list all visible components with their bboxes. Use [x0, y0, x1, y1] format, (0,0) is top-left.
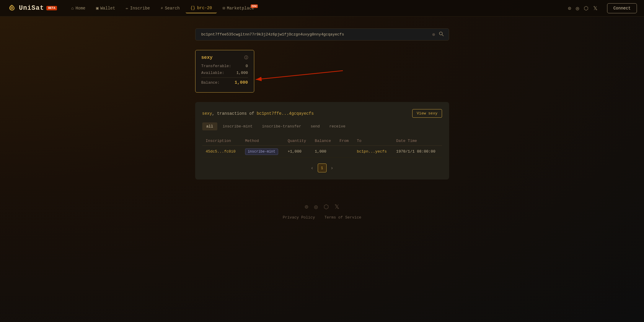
inscribe-icon: ✏: [126, 6, 128, 11]
tx-header: sexy, transactions of bc1pnt7ffe...4gcqa…: [202, 109, 442, 118]
home-icon: ⌂: [71, 6, 74, 11]
wallet-icon: ▣: [96, 6, 98, 11]
transferable-value: 0: [246, 64, 248, 68]
search-input[interactable]: [199, 29, 432, 40]
col-to: To: [353, 136, 392, 146]
balance-value: 1,000: [234, 80, 248, 85]
pagination: ‹ 1 ›: [202, 164, 442, 172]
navbar: UniSat Beta ⌂ Home ▣ Wallet ✏ Inscribe ⌕…: [0, 0, 644, 17]
cell-method: inscribe-mint: [242, 146, 284, 158]
tab-inscribe-transfer[interactable]: inscribe-transfer: [258, 122, 305, 130]
nav-inscribe[interactable]: ✏ Inscribe: [121, 3, 155, 13]
token-divider: [201, 77, 248, 78]
brc20-icon: {}: [190, 6, 195, 10]
col-from: From: [336, 136, 353, 146]
nav-home[interactable]: ⌂ Home: [66, 4, 90, 13]
prev-page-button[interactable]: ‹: [309, 164, 315, 172]
nav-social-icons: ⊙ ◎ ⬡ 𝕏 Connect: [568, 3, 637, 13]
nav-marketplace[interactable]: ⊡ Marketplace new: [218, 3, 259, 13]
nav-items: ⌂ Home ▣ Wallet ✏ Inscribe ⌕ Search {} b…: [66, 3, 568, 13]
main-content: ⊗ sexy ⓘ Transferable: 0 Available: 1,00…: [189, 17, 455, 191]
footer-links: Privacy Policy Terms of Service: [6, 215, 638, 220]
search-nav-icon: ⌕: [161, 6, 163, 11]
token-info-icon[interactable]: ⓘ: [244, 55, 248, 60]
available-label: Available:: [201, 71, 224, 75]
cell-balance: 1,000: [311, 146, 336, 158]
table-row: 45dc5...fc0i0 inscribe-mint +1,000 1,000…: [202, 146, 442, 158]
token-card: sexy ⓘ Transferable: 0 Available: 1,000 …: [195, 50, 254, 93]
available-row: Available: 1,000: [201, 71, 248, 75]
footer-icons: ⊙ ◎ ⬡ 𝕏: [6, 203, 638, 211]
tabs: all inscribe-mint inscribe-transfer send…: [202, 122, 442, 130]
nav-search[interactable]: ⌕ Search: [156, 3, 185, 13]
terms-of-service-link[interactable]: Terms of Service: [325, 215, 361, 220]
annotation-arrow: [251, 68, 346, 85]
method-badge: inscribe-mint: [245, 148, 278, 155]
connect-button[interactable]: Connect: [607, 3, 637, 13]
logo[interactable]: UniSat Beta: [7, 4, 57, 13]
inscription-link[interactable]: 45dc5...fc0i0: [206, 149, 236, 154]
clear-icon[interactable]: ⊗: [432, 32, 435, 38]
tab-inscribe-mint[interactable]: inscribe-mint: [219, 122, 257, 130]
token-section: sexy ⓘ Transferable: 0 Available: 1,000 …: [195, 50, 449, 93]
tab-all[interactable]: all: [202, 122, 217, 130]
current-page[interactable]: 1: [318, 164, 327, 172]
twitter-icon[interactable]: 𝕏: [593, 5, 598, 12]
col-datetime: Date Time: [393, 136, 442, 146]
view-token-button[interactable]: View sexy: [412, 109, 442, 118]
cell-inscription: 45dc5...fc0i0: [202, 146, 242, 158]
next-page-button[interactable]: ›: [329, 164, 335, 172]
logo-icon: [7, 4, 17, 13]
token-name: sexy ⓘ: [201, 55, 248, 60]
search-submit-button[interactable]: [438, 30, 445, 39]
cell-quantity: +1,000: [284, 146, 311, 158]
cell-to: bc1pn...yecfs: [353, 146, 392, 158]
new-badge: new: [251, 4, 258, 8]
transactions-panel: sexy, transactions of bc1pnt7ffe...4gcqa…: [195, 102, 449, 179]
transactions-table: Inscription Method Quantity Balance From…: [202, 136, 442, 158]
transferable-row: Transferable: 0: [201, 64, 248, 68]
tab-send[interactable]: send: [306, 122, 324, 130]
tx-title: sexy, transactions of bc1pnt7ffe...4gcqa…: [202, 111, 314, 116]
svg-line-3: [256, 71, 343, 80]
table-header: Inscription Method Quantity Balance From…: [202, 136, 442, 146]
logo-text: UniSat: [19, 4, 44, 12]
beta-badge: Beta: [46, 6, 57, 10]
search-bar: ⊗: [195, 28, 449, 41]
balance-row: Balance: 1,000: [201, 80, 248, 85]
cell-datetime: 1970/1/1 08:00:00: [393, 146, 442, 158]
footer-discord-icon[interactable]: ⬡: [324, 203, 329, 211]
svg-line-1: [442, 35, 444, 36]
github-icon[interactable]: ⊙: [568, 5, 571, 12]
col-method: Method: [242, 136, 284, 146]
search-icon: [439, 31, 444, 37]
marketplace-icon: ⊡: [223, 6, 225, 11]
table-body: 45dc5...fc0i0 inscribe-mint +1,000 1,000…: [202, 146, 442, 158]
col-quantity: Quantity: [284, 136, 311, 146]
available-value: 1,000: [236, 71, 248, 75]
cell-from: [336, 146, 353, 158]
col-inscription: Inscription: [202, 136, 242, 146]
balance-label: Balance:: [201, 80, 220, 85]
transferable-label: Transferable:: [201, 64, 231, 68]
discord-alt-icon[interactable]: ◎: [576, 5, 579, 12]
col-balance: Balance: [311, 136, 336, 146]
discord-icon[interactable]: ⬡: [584, 5, 588, 12]
svg-point-0: [439, 32, 442, 35]
footer-github-icon[interactable]: ⊙: [305, 203, 308, 211]
nav-brc20[interactable]: {} brc-20: [186, 3, 217, 13]
footer-twitter-icon[interactable]: 𝕏: [335, 203, 339, 211]
tab-receive[interactable]: receive: [325, 122, 350, 130]
footer-discord-alt-icon[interactable]: ◎: [314, 203, 318, 211]
nav-wallet[interactable]: ▣ Wallet: [91, 3, 120, 13]
footer: ⊙ ◎ ⬡ 𝕏 Privacy Policy Terms of Service: [0, 191, 644, 226]
to-link[interactable]: bc1pn...yecfs: [357, 149, 387, 154]
privacy-policy-link[interactable]: Privacy Policy: [283, 215, 315, 220]
